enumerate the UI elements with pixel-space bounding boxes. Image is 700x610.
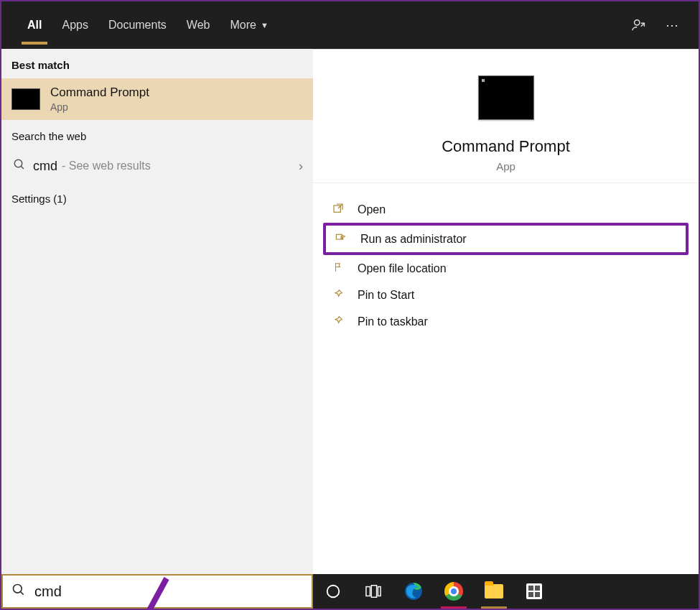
svg-point-0	[635, 20, 640, 25]
svg-line-2	[21, 166, 24, 169]
svg-line-7	[21, 591, 24, 594]
action-pin-to-start[interactable]: Pin to Start	[323, 282, 689, 308]
web-search-result[interactable]: cmd - See web results ›	[1, 149, 313, 182]
web-query: cmd	[33, 159, 57, 174]
filter-tab-documents[interactable]: Documents	[98, 1, 177, 49]
section-settings-label[interactable]: Settings (1)	[1, 182, 313, 212]
tab-label: Documents	[108, 19, 167, 32]
chrome-browser-icon[interactable]	[434, 574, 474, 609]
filter-tab-all[interactable]: All	[17, 1, 52, 49]
filter-tab-more[interactable]: More▼	[220, 1, 278, 49]
svg-rect-11	[378, 587, 381, 596]
svg-point-8	[327, 586, 340, 598]
tab-label: Web	[187, 19, 210, 32]
search-icon	[3, 583, 34, 601]
tab-label: Apps	[62, 19, 88, 32]
results-empty-area	[1, 212, 313, 574]
result-subtitle: App	[50, 101, 149, 113]
taskbar	[1, 574, 699, 609]
section-search-web-label: Search the web	[1, 120, 313, 149]
action-label: Run as administrator	[360, 233, 467, 246]
action-label: Open file location	[358, 262, 447, 275]
preview-actions: Open Run as administrator Open file loca…	[313, 183, 699, 348]
active-indicator	[441, 606, 467, 609]
svg-rect-9	[366, 587, 370, 596]
feedback-icon[interactable]	[622, 1, 655, 49]
result-text: Command Prompt App	[50, 86, 149, 113]
result-title: Command Prompt	[50, 86, 149, 100]
microsoft-store-icon[interactable]	[514, 574, 554, 609]
filter-tab-web[interactable]: Web	[177, 1, 220, 49]
filter-tab-apps[interactable]: Apps	[52, 1, 98, 49]
action-label: Pin to taskbar	[358, 315, 428, 328]
search-icon	[11, 158, 27, 174]
search-input[interactable]	[34, 576, 312, 607]
web-hint: - See web results	[62, 160, 151, 172]
search-body: Best match Command Prompt App Search the…	[1, 49, 699, 574]
search-filter-bar: All Apps Documents Web More▼ ⋯	[1, 1, 699, 49]
active-indicator	[481, 606, 507, 609]
pin-start-icon	[330, 288, 346, 302]
windows-search-panel: All Apps Documents Web More▼ ⋯ Best matc…	[0, 0, 700, 610]
file-location-icon	[330, 262, 346, 275]
action-label: Pin to Start	[358, 289, 414, 302]
tab-label: More	[230, 19, 256, 32]
preview-header: Command Prompt App	[313, 50, 699, 183]
edge-browser-icon[interactable]	[393, 574, 434, 609]
svg-point-6	[14, 584, 22, 593]
section-best-match-label: Best match	[1, 49, 313, 78]
action-open-file-location[interactable]: Open file location	[323, 255, 689, 282]
action-pin-to-taskbar[interactable]: Pin to taskbar	[323, 308, 689, 335]
options-ellipsis-icon[interactable]: ⋯	[655, 1, 689, 49]
task-view-icon[interactable]	[353, 574, 393, 609]
best-match-result[interactable]: Command Prompt App	[1, 78, 313, 120]
action-open[interactable]: Open	[323, 196, 689, 223]
chevron-right-icon: ›	[299, 159, 303, 174]
chevron-down-icon: ▼	[261, 21, 269, 29]
results-column: Best match Command Prompt App Search the…	[1, 49, 313, 574]
command-prompt-icon	[11, 88, 40, 110]
svg-rect-10	[371, 586, 376, 598]
taskbar-icons	[313, 574, 699, 609]
open-icon	[330, 203, 346, 216]
preview-pane: Command Prompt App Open Run as administr…	[313, 49, 699, 574]
taskbar-search-box[interactable]	[1, 574, 313, 609]
file-explorer-icon[interactable]	[474, 574, 514, 609]
admin-icon	[333, 232, 349, 246]
action-label: Open	[358, 203, 386, 216]
action-run-as-administrator[interactable]: Run as administrator	[323, 223, 689, 255]
command-prompt-icon-large	[478, 75, 534, 120]
tab-label: All	[27, 19, 42, 32]
preview-title: Command Prompt	[442, 137, 570, 156]
pin-taskbar-icon	[330, 315, 346, 328]
preview-subtitle: App	[496, 160, 515, 172]
cortana-icon[interactable]	[313, 574, 353, 609]
spacer	[279, 1, 622, 49]
svg-point-1	[14, 160, 22, 167]
